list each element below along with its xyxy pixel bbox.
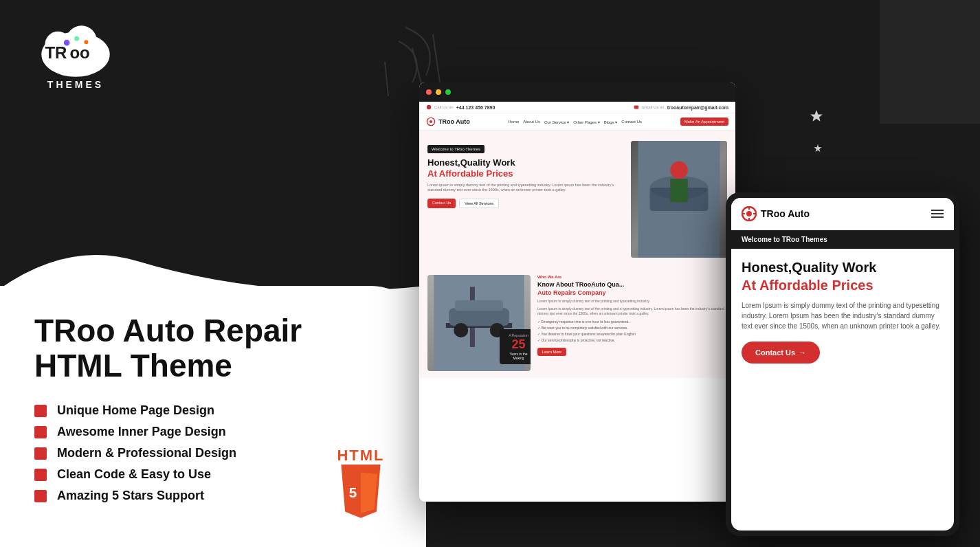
- reputation-number: 25: [505, 337, 531, 352]
- svg-point-19: [670, 161, 688, 179]
- svg-rect-25: [455, 300, 503, 311]
- about-description-2: Lorem Ipsum is simply dummy text of the …: [537, 306, 727, 316]
- hamburger-menu[interactable]: [931, 210, 944, 218]
- red-bullet-2: [34, 426, 47, 438]
- site-top-bar: Call Us on +44 123 456 7890 Email Us on …: [419, 102, 735, 113]
- mechanic-illustration: [631, 141, 727, 258]
- mobile-hero-title-red: At Affordable Prices: [742, 278, 944, 293]
- svg-point-15: [430, 120, 432, 123]
- mobile-contact-button[interactable]: Contact Us →: [742, 342, 820, 364]
- logo-area: TR oo THEMES: [34, 21, 117, 90]
- red-bullet-3: [34, 447, 47, 460]
- html5-shield-icon: 5: [337, 465, 385, 520]
- svg-text:5: 5: [349, 484, 357, 500]
- main-title: TRoo Auto Repair HTML Theme: [34, 313, 392, 383]
- svg-point-29: [746, 211, 752, 216]
- svg-point-12: [427, 105, 431, 109]
- desktop-mockup: Call Us on +44 123 456 7890 Email Us on …: [419, 82, 735, 502]
- browser-dot-yellow: [436, 89, 441, 95]
- email-icon: [634, 104, 639, 110]
- site-gear-icon: [426, 117, 436, 126]
- who-we-are-label: Who We Are: [537, 275, 727, 279]
- html5-label: HTML: [337, 447, 384, 465]
- about-title: Know About TRooAuto Qua...: [537, 281, 727, 288]
- contact-us-button[interactable]: Contact Us: [427, 199, 456, 208]
- browser-top-bar: [419, 82, 735, 102]
- mobile-inner: TRoo Auto Welcome to TRoo Themes Honest,…: [731, 198, 954, 531]
- welcome-badge: Welcome to TRoo Themes: [427, 145, 485, 153]
- reputation-sub: Years in the Making: [509, 352, 527, 360]
- hero-image: [631, 141, 727, 258]
- svg-text:TR: TR: [45, 43, 67, 62]
- hero-description: Lorem ipsum is simply dummy text of the …: [427, 183, 624, 193]
- svg-marker-1: [810, 110, 823, 122]
- site-nav: TRoo Auto Home About Us Our Service ▾ Ot…: [419, 113, 735, 131]
- svg-point-10: [84, 40, 88, 44]
- hero-title: Honest,Quality Work: [427, 157, 624, 168]
- svg-marker-2: [814, 144, 821, 152]
- about-points: ✓ Emergency response time is one hour or…: [537, 319, 727, 344]
- about-text: Who We Are Know About TRooAuto Qua... Au…: [537, 275, 727, 371]
- red-bullet-5: [34, 490, 47, 502]
- mobile-mockup: TRoo Auto Welcome to TRoo Themes Honest,…: [726, 192, 959, 536]
- mobile-hero: Honest,Quality Work At Affordable Prices…: [731, 249, 954, 374]
- about-section: A Reputation 25 Years in the Making Who …: [419, 268, 735, 378]
- reputation-badge: A Reputation 25 Years in the Making: [500, 329, 531, 364]
- logo-themes-label: THEMES: [47, 79, 104, 90]
- nav-cta-button[interactable]: Make An Appointment: [680, 118, 728, 126]
- feature-item-1: Unique Home Page Design: [34, 403, 392, 418]
- browser-dot-red: [426, 89, 432, 95]
- mobile-hero-description: Lorem Ipsum is simply dummy text of the …: [742, 300, 944, 331]
- red-bullet-1: [34, 405, 47, 417]
- nav-links: Home About Us Our Service ▾ Other Pages …: [508, 120, 642, 124]
- mobile-hero-title: Honest,Quality Work: [742, 259, 944, 276]
- about-title-red: Auto Repairs Company: [537, 289, 727, 296]
- hero-text: Welcome to TRoo Themes Honest,Quality Wo…: [427, 141, 624, 258]
- red-bullet-4: [34, 469, 47, 481]
- svg-rect-0: [880, 0, 980, 124]
- mobile-logo: TRoo Auto: [742, 206, 810, 221]
- phone-icon: [426, 104, 432, 110]
- html5-badge: HTML 5: [337, 447, 385, 520]
- mobile-gear-icon: [742, 206, 757, 221]
- feature-item-2: Awesome Inner Page Design: [34, 425, 392, 439]
- svg-point-26: [454, 323, 468, 337]
- svg-point-8: [64, 40, 70, 46]
- learn-more-button[interactable]: Learn More: [537, 348, 566, 356]
- hero-section: Welcome to TRoo Themes Honest,Quality Wo…: [419, 131, 735, 268]
- svg-rect-13: [634, 106, 638, 109]
- troo-logo: TR oo: [34, 21, 117, 82]
- browser-dot-green: [445, 89, 451, 95]
- svg-point-9: [74, 36, 79, 41]
- svg-rect-20: [670, 179, 688, 202]
- mechanic-photo: [631, 141, 727, 258]
- view-services-button[interactable]: View All Services: [459, 199, 499, 208]
- svg-text:oo: oo: [69, 43, 89, 62]
- about-description: Lorem Ipsum is simply dummy text of the …: [537, 299, 727, 304]
- hero-title-red: At Affordable Prices: [427, 168, 624, 179]
- hero-buttons: Contact Us View All Services: [427, 199, 624, 208]
- car-image: A Reputation 25 Years in the Making: [427, 275, 531, 371]
- left-content-panel: TRoo Auto Repair HTML Theme Unique Home …: [0, 286, 426, 547]
- mobile-welcome-bar: Welcome to TRoo Themes: [731, 230, 954, 249]
- mobile-nav: TRoo Auto: [731, 198, 954, 230]
